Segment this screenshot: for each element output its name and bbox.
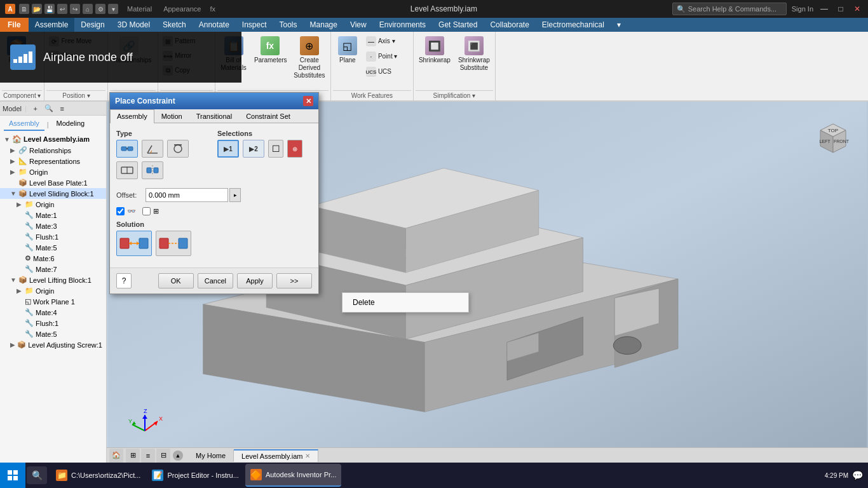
dialog-close-btn[interactable]: ✕ bbox=[303, 96, 313, 106]
more-icon[interactable]: ▾ bbox=[108, 4, 118, 14]
dialog-tab-motion[interactable]: Motion bbox=[154, 109, 189, 123]
tab-levelassembly[interactable]: Level Assembly.iam ✕ bbox=[234, 449, 318, 462]
more-btn[interactable]: >> bbox=[276, 273, 312, 288]
taskbar-search-btn[interactable]: 🔍 bbox=[27, 466, 47, 484]
menu-more[interactable]: ▾ bbox=[611, 18, 627, 32]
tree-liftingblock[interactable]: ▼ 📦 Level Lifting Block:1 bbox=[0, 274, 106, 285]
filter-btn[interactable]: ≡ bbox=[57, 103, 68, 114]
search-panel-btn[interactable]: 🔍 bbox=[43, 103, 55, 114]
tree-slidingblock[interactable]: ▼ 📦 Level Sliding Block:1 bbox=[0, 188, 106, 199]
search-box[interactable]: 🔍 Search Help & Commands... bbox=[672, 3, 787, 15]
tree-mate1[interactable]: 🔧 Mate:1 bbox=[0, 210, 106, 220]
expand-tabs-btn[interactable]: ▲ bbox=[173, 451, 183, 461]
btn-shrinkwrap-sub[interactable]: 🔳 ShrinkwrapSubstitute bbox=[455, 34, 493, 74]
constraint-btn-symmetry[interactable] bbox=[142, 161, 163, 179]
constraint-btn-insert[interactable] bbox=[116, 161, 138, 179]
menu-electromechanical[interactable]: Electromechanical bbox=[536, 18, 611, 32]
nav-cube-box[interactable]: TOP LEFT FRONT bbox=[811, 114, 855, 159]
tree-mate3[interactable]: 🔧 Mate:3 bbox=[0, 220, 106, 231]
btn-parameters[interactable]: fx Parameters bbox=[251, 34, 289, 66]
ok-btn[interactable]: OK bbox=[158, 273, 194, 288]
minimize-btn[interactable]: — bbox=[818, 3, 830, 15]
sel-btn-1[interactable]: ▶1 bbox=[217, 140, 239, 158]
sel-btn-2[interactable]: ▶2 bbox=[243, 140, 264, 158]
dialog-tab-transitional[interactable]: Transitional bbox=[189, 109, 239, 123]
windows-start-btn[interactable] bbox=[0, 463, 25, 488]
tree-mate7[interactable]: 🔧 Mate:7 bbox=[0, 264, 106, 274]
home-icon[interactable]: ⌂ bbox=[83, 4, 93, 14]
list-view-btn[interactable]: ≡ bbox=[141, 449, 155, 463]
sign-in-link[interactable]: Sign In bbox=[792, 5, 813, 13]
cancel-btn[interactable]: Cancel bbox=[198, 273, 233, 288]
offset-stepper[interactable]: ▸ bbox=[229, 188, 241, 202]
tree-mate6[interactable]: ⚙ Mate:6 bbox=[0, 253, 106, 264]
apply-btn[interactable]: Apply bbox=[237, 273, 273, 288]
menu-3dmodel[interactable]: 3D Model bbox=[111, 18, 156, 32]
taskbar-item-inventor[interactable]: 🔶 Autodesk Inventor Pr... bbox=[245, 464, 341, 487]
menu-collaborate[interactable]: Collaborate bbox=[484, 18, 535, 32]
menu-environments[interactable]: Environments bbox=[373, 18, 432, 32]
tree-baseplate[interactable]: 📦 Level Base Plate:1 bbox=[0, 177, 106, 188]
settings-icon[interactable]: ⚙ bbox=[95, 4, 105, 14]
tab-modeling[interactable]: Modeling bbox=[51, 118, 90, 131]
tree-workplane1[interactable]: ◱ Work Plane 1 bbox=[0, 296, 106, 307]
menu-getstarted[interactable]: Get Started bbox=[432, 18, 484, 32]
undo-icon[interactable]: ↩ bbox=[57, 4, 67, 14]
help-btn[interactable]: ? bbox=[116, 273, 132, 288]
tree-flush1[interactable]: 🔧 Flush:1 bbox=[0, 231, 106, 242]
tree-adjustingscrew[interactable]: ▶ 📦 Level Adjusting Screw:1 bbox=[0, 339, 106, 350]
tree-representations[interactable]: ▶ 📐 Representations bbox=[0, 156, 106, 166]
taskbar-item-fileexplorer[interactable]: 📁 C:\Users\ortiza2\Pict... bbox=[51, 464, 146, 487]
menu-sketch[interactable]: Sketch bbox=[156, 18, 193, 32]
constraint-btn-angle[interactable] bbox=[142, 140, 163, 158]
menu-manage[interactable]: Manage bbox=[304, 18, 344, 32]
menu-inspect[interactable]: Inspect bbox=[236, 18, 273, 32]
option-checkbox2[interactable] bbox=[142, 207, 151, 215]
save-icon[interactable]: 💾 bbox=[44, 4, 55, 14]
btn-ucs[interactable]: UCS UCS bbox=[363, 65, 400, 79]
menu-assemble[interactable]: Assemble bbox=[29, 18, 75, 32]
tab-myhome[interactable]: My Home bbox=[188, 450, 234, 461]
option-checkbox1[interactable] bbox=[116, 207, 125, 215]
levelassembly-close[interactable]: ✕ bbox=[305, 452, 310, 459]
menu-file[interactable]: File bbox=[0, 18, 29, 32]
sol-btn-mate[interactable] bbox=[116, 231, 152, 256]
close-btn[interactable]: ✕ bbox=[851, 3, 863, 15]
notification-center-icon[interactable]: 💬 bbox=[852, 470, 863, 480]
tab-assembly[interactable]: Assembly bbox=[4, 118, 44, 131]
btn-shrinkwrap[interactable]: 🔲 Shrinkwrap bbox=[416, 34, 454, 66]
menu-design[interactable]: Design bbox=[74, 18, 111, 32]
tree-root[interactable]: ▼ 🏠 Level Assembly.iam bbox=[0, 133, 106, 145]
context-delete[interactable]: Delete bbox=[342, 293, 468, 312]
btn-axis[interactable]: — Axis ▾ bbox=[363, 34, 400, 48]
offset-input[interactable] bbox=[146, 188, 228, 202]
new-icon[interactable]: 🗎 bbox=[19, 4, 29, 14]
menu-annotate[interactable]: Annotate bbox=[193, 18, 236, 32]
tree-relationships[interactable]: ▶ 🔗 Relationships bbox=[0, 145, 106, 156]
split-view-btn[interactable]: ⊟ bbox=[156, 449, 170, 463]
redo-icon[interactable]: ↪ bbox=[70, 4, 80, 14]
nav-cube[interactable]: TOP LEFT FRONT bbox=[804, 108, 862, 165]
menu-view[interactable]: View bbox=[344, 18, 373, 32]
btn-plane[interactable]: ◱ Plane bbox=[333, 34, 362, 66]
sel-checkbox[interactable]: ☐ bbox=[268, 140, 283, 158]
sel-extra[interactable]: ⊕ bbox=[287, 140, 302, 158]
tree-lb-flush1[interactable]: 🔧 Flush:1 bbox=[0, 318, 106, 329]
open-icon[interactable]: 📂 bbox=[32, 4, 42, 14]
tree-mate4[interactable]: 🔧 Mate:4 bbox=[0, 307, 106, 318]
expand-btn[interactable]: + bbox=[30, 103, 41, 114]
taskbar-item-projecteditor[interactable]: 📝 Project Editor - Instru... bbox=[147, 464, 243, 487]
tree-mate5[interactable]: 🔧 Mate:5 bbox=[0, 242, 106, 253]
btn-create-derived[interactable]: ⊕ Create DerivedSubstitutes bbox=[290, 34, 329, 81]
menu-tools[interactable]: Tools bbox=[273, 18, 304, 32]
dialog-tab-assembly[interactable]: Assembly bbox=[110, 109, 154, 123]
btn-point[interactable]: · Point ▾ bbox=[363, 50, 400, 64]
tree-lb-origin[interactable]: ▶ 📁 Origin bbox=[0, 285, 106, 296]
tree-origin[interactable]: ▶ 📁 Origin bbox=[0, 166, 106, 177]
constraint-btn-mate[interactable] bbox=[116, 140, 138, 158]
grid-view-btn[interactable]: ⊞ bbox=[126, 449, 140, 463]
tree-sb-origin[interactable]: ▶ 📁 Origin bbox=[0, 199, 106, 210]
dialog-tab-constraintset[interactable]: Constraint Set bbox=[239, 109, 297, 123]
maximize-btn[interactable]: □ bbox=[835, 3, 846, 15]
sol-btn-flush[interactable] bbox=[156, 231, 191, 256]
